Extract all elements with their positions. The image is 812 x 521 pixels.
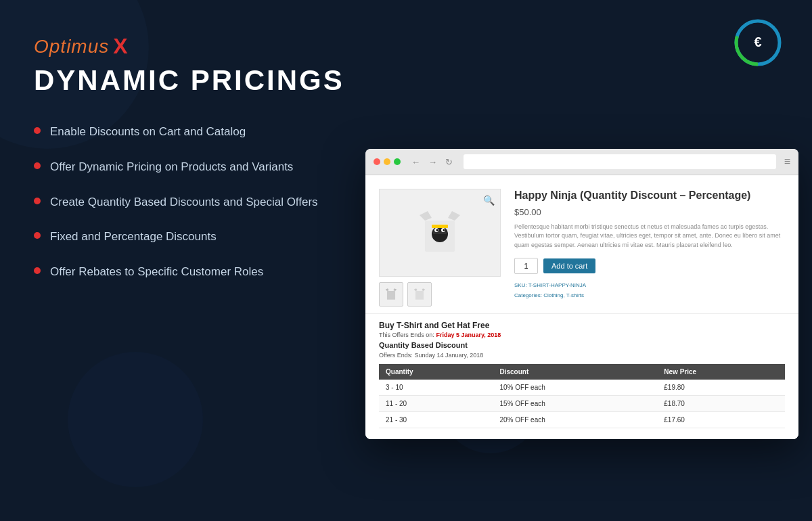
svg-rect-12 <box>432 225 448 228</box>
maximize-window-button[interactable] <box>394 158 401 165</box>
feature-item-4: Fixed and Percentage Discounts <box>34 229 345 245</box>
svg-marker-17 <box>414 288 418 291</box>
address-bar[interactable] <box>464 154 776 169</box>
svg-marker-4 <box>420 211 432 221</box>
thumbnail-1[interactable] <box>379 282 403 307</box>
svg-text:€: € <box>754 35 761 49</box>
svg-rect-13 <box>387 291 395 300</box>
col-header-quantity: Quantity <box>379 364 493 380</box>
col-header-new-price: New Price <box>657 364 785 380</box>
cell-quantity: 11 - 20 <box>379 396 493 412</box>
feature-text: Create Quantity Based Discounts and Spec… <box>50 194 318 210</box>
reload-button[interactable]: ↻ <box>443 156 455 168</box>
bullet-icon <box>34 267 41 274</box>
offers-ends2-label: Offers Ends: <box>379 352 413 359</box>
brand-x: X <box>113 34 127 59</box>
cell-new-price: £19.80 <box>657 380 785 396</box>
thumbnail-2[interactable] <box>407 282 432 307</box>
offer-title: Buy T-Shirt and Get Hat Free <box>379 321 785 330</box>
browser-navigation: ← → ↻ <box>409 156 455 168</box>
feature-item-2: Offer Dynamic Pricing on Products and Va… <box>34 159 345 175</box>
cell-new-price: £17.60 <box>657 412 785 428</box>
add-to-cart-row: Add to cart <box>514 258 785 274</box>
feature-item-1: Enable Discounts on Cart and Catalog <box>34 124 345 140</box>
svg-marker-18 <box>422 288 425 291</box>
product-image-area: 🔍 <box>379 189 501 307</box>
product-image <box>413 206 467 260</box>
bullet-icon <box>34 127 41 134</box>
product-info: Happy Ninja (Quantity Discount – Percent… <box>514 189 785 307</box>
svg-rect-7 <box>433 231 447 234</box>
feature-text: Fixed and Percentage Discounts <box>50 229 217 245</box>
bullet-icon <box>34 198 41 204</box>
svg-rect-16 <box>415 291 424 300</box>
svg-point-11 <box>443 229 445 231</box>
svg-marker-15 <box>393 288 397 291</box>
zoom-icon[interactable]: 🔍 <box>483 195 495 206</box>
cell-quantity: 21 - 30 <box>379 412 493 428</box>
sku-label: SKU: <box>514 282 527 288</box>
offers-ends-2: Offers Ends: Sunday 14 January, 2018 <box>379 352 785 359</box>
browser-window-controls <box>374 158 401 165</box>
browser-mockup: ← → ↻ ≡ <box>365 149 798 439</box>
table-row: 3 - 10 10% OFF each £19.80 <box>379 380 785 396</box>
sku-value: T-SHIRT-HAPPY-NINJA <box>528 282 586 288</box>
product-area: 🔍 <box>365 175 798 313</box>
offers-ends2-date: Sunday 14 January, 2018 <box>414 352 483 359</box>
page-title: DYNAMIC PRICINGS <box>34 64 345 97</box>
feature-text: Offer Rebates to Specific Customer Roles <box>50 264 263 280</box>
col-header-discount: Discount <box>493 364 658 380</box>
svg-marker-5 <box>448 211 460 221</box>
cell-new-price: £18.70 <box>657 396 785 412</box>
cell-discount: 10% OFF each <box>493 380 658 396</box>
feature-item-3: Create Quantity Based Discounts and Spec… <box>34 194 345 210</box>
svg-point-10 <box>436 229 438 231</box>
bg-decoration-2 <box>68 352 203 487</box>
feature-list: Enable Discounts on Cart and CatalogOffe… <box>34 124 345 280</box>
table-header: Quantity Discount New Price <box>379 364 785 380</box>
offer-ends-date: Friday 5 January, 2018 <box>436 332 501 338</box>
feature-item-5: Offer Rebates to Specific Customer Roles <box>34 264 345 280</box>
left-content-area: Optimus X DYNAMIC PRICINGS Enable Discou… <box>34 34 345 280</box>
cell-discount: 15% OFF each <box>493 396 658 412</box>
bullet-icon <box>34 232 41 239</box>
table-row: 21 - 30 20% OFF each £17.60 <box>379 412 785 428</box>
quantity-input[interactable] <box>514 258 538 274</box>
categories-label: Categories: <box>514 292 542 298</box>
product-name: Happy Ninja (Quantity Discount – Percent… <box>514 189 785 203</box>
discount-table: Quantity Discount New Price 3 - 10 10% O… <box>379 364 785 428</box>
discount-table-body: 3 - 10 10% OFF each £19.80 11 - 20 15% O… <box>379 380 785 428</box>
brand-optimus: Optimus <box>34 36 109 58</box>
brand-title: Optimus X <box>34 34 345 59</box>
back-button[interactable]: ← <box>409 156 423 168</box>
browser-toolbar: ← → ↻ ≡ <box>365 149 798 175</box>
add-to-cart-button[interactable]: Add to cart <box>543 258 595 273</box>
offer-section: Buy T-Shirt and Get Hat Free This Offers… <box>365 313 798 439</box>
bullet-icon <box>34 162 41 169</box>
product-price: $50.00 <box>514 207 785 217</box>
browser-menu-icon[interactable]: ≡ <box>784 156 790 168</box>
offer-ends: This Offers Ends on: Friday 5 January, 2… <box>379 332 785 338</box>
table-row: 11 - 20 15% OFF each £18.70 <box>379 396 785 412</box>
product-meta: SKU: T-SHIRT-HAPPY-NINJA Categories: Clo… <box>514 281 785 300</box>
product-thumbnails <box>379 282 501 307</box>
offer-ends-label: This Offers Ends on: <box>379 332 434 338</box>
cell-discount: 20% OFF each <box>493 412 658 428</box>
logo-circle: € <box>734 19 782 69</box>
cell-quantity: 3 - 10 <box>379 380 493 396</box>
quantity-discount-label: Quantity Based Discount <box>379 341 785 349</box>
forward-button[interactable]: → <box>426 156 440 168</box>
product-description: Pellentesque habitant morbi tristique se… <box>514 223 785 250</box>
svg-marker-14 <box>386 288 389 291</box>
feature-text: Enable Discounts on Cart and Catalog <box>50 124 246 140</box>
minimize-window-button[interactable] <box>384 158 390 165</box>
feature-text: Offer Dynamic Pricing on Products and Va… <box>50 159 293 175</box>
close-window-button[interactable] <box>374 158 380 165</box>
browser-content: 🔍 <box>365 175 798 439</box>
product-image-box: 🔍 <box>379 189 501 277</box>
categories-value: Clothing, T-shirts <box>543 292 584 298</box>
